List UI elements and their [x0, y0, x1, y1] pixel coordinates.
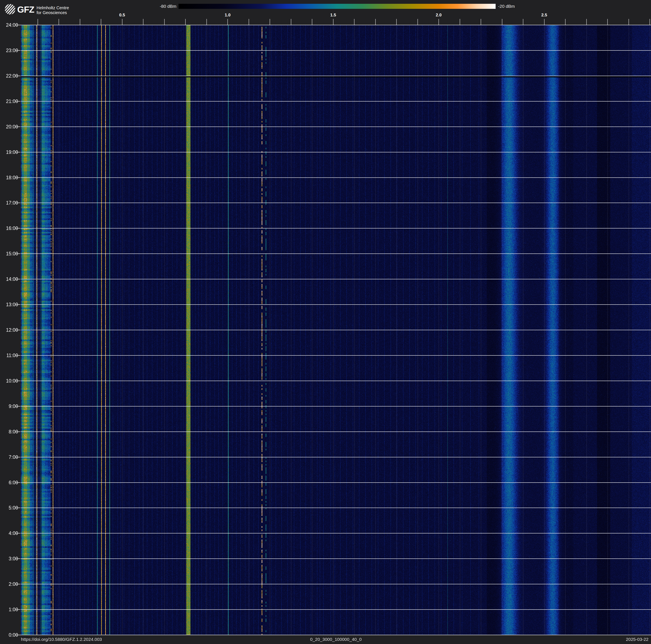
freq-tick — [354, 19, 354, 25]
freq-tick — [375, 19, 376, 25]
time-tick — [16, 203, 20, 203]
time-tick — [16, 279, 20, 279]
time-tick — [16, 355, 20, 356]
time-tick — [16, 330, 20, 330]
freq-tick — [396, 19, 397, 25]
freq-tick — [38, 19, 38, 25]
freq-tick — [333, 19, 334, 25]
time-tick — [16, 482, 20, 483]
freq-tick — [586, 19, 587, 25]
plot-bottom-axis-line — [16, 635, 651, 635]
freq-tick — [164, 19, 165, 25]
time-tick — [16, 126, 20, 127]
freq-tick — [502, 19, 502, 25]
freq-tick — [249, 19, 249, 25]
time-tick — [16, 609, 20, 610]
freq-tick — [523, 19, 523, 25]
brand-subtitle: Helmholtz Centre for Geosciences — [36, 5, 69, 15]
colorbar — [179, 4, 496, 9]
time-tick — [16, 25, 20, 25]
gfz-logo-icon — [5, 4, 16, 15]
freq-tick — [438, 19, 439, 25]
spectrogram-canvas — [21, 25, 651, 635]
freq-tick — [101, 19, 101, 25]
time-tick — [16, 152, 20, 152]
freq-tick — [122, 19, 122, 25]
freq-tick — [291, 19, 291, 25]
freq-tick — [59, 19, 59, 25]
time-tick — [16, 533, 20, 533]
time-tick — [16, 507, 20, 508]
freq-tick — [270, 19, 270, 25]
time-tick — [16, 304, 20, 305]
colorbar-min-label: -80 dBm — [145, 4, 177, 9]
brand-subtitle-line2: for Geosciences — [36, 10, 69, 15]
time-tick — [16, 635, 20, 635]
freq-tick — [481, 19, 481, 25]
time-tick — [16, 584, 20, 584]
time-tick — [16, 228, 20, 229]
freq-tick — [227, 19, 228, 25]
freq-tick — [80, 19, 80, 25]
time-tick — [16, 457, 20, 457]
spectrogram-page: GFZ Helmholtz Centre for Geosciences -80… — [0, 0, 651, 644]
time-tick — [16, 50, 20, 51]
freq-label: 1.0 — [219, 12, 236, 18]
time-tick — [16, 254, 20, 254]
freq-tick — [417, 19, 418, 25]
time-tick — [16, 558, 20, 559]
footer-dataset-id: 0_20_3000_100000_40_0 — [21, 637, 651, 642]
freq-tick — [650, 19, 650, 25]
freq-tick — [312, 19, 312, 25]
freq-tick — [460, 19, 460, 25]
brand-subtitle-line1: Helmholtz Centre — [36, 5, 69, 10]
time-tick — [16, 406, 20, 407]
freq-label: 1.5 — [325, 12, 342, 18]
colorbar-max-label: -20 dBm — [498, 4, 534, 9]
freq-tick — [544, 19, 545, 25]
time-tick — [16, 177, 20, 178]
time-tick — [16, 432, 20, 432]
time-tick — [16, 381, 20, 381]
freq-tick — [565, 19, 565, 25]
freq-tick — [607, 19, 608, 25]
plot-top-axis-line — [16, 25, 651, 25]
freq-tick — [185, 19, 186, 25]
time-tick — [16, 101, 20, 101]
time-tick — [16, 76, 20, 76]
brand-text: GFZ — [17, 5, 34, 15]
freq-tick — [628, 19, 629, 25]
freq-label: 2.0 — [430, 12, 447, 18]
freq-tick — [207, 19, 207, 25]
freq-tick — [143, 19, 144, 25]
freq-label: 0.5 — [114, 12, 131, 18]
freq-label: 2.5 — [536, 12, 553, 18]
footer-date: 2025-03-22 — [626, 637, 649, 642]
